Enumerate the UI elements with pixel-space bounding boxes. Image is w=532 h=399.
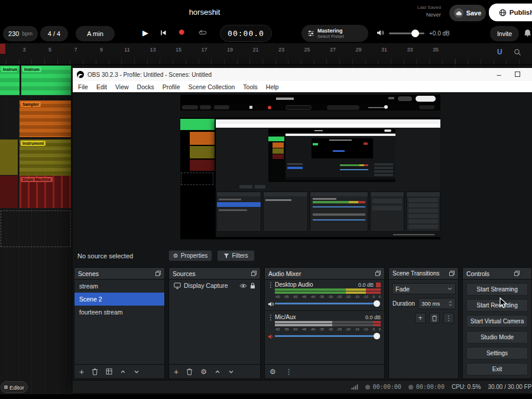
preview-canvas[interactable] <box>180 95 440 239</box>
scene-item[interactable]: stream <box>74 280 164 293</box>
obs-menubar: File Edit View Docks Profile Scene Colle… <box>73 81 532 92</box>
transition-options-dots[interactable]: ⋮ <box>443 313 454 323</box>
save-button[interactable]: Save <box>449 5 486 21</box>
scenes-header: Scenes <box>74 268 164 280</box>
menu-scene-collection[interactable]: Scene Collection <box>184 83 239 90</box>
remove-scene-button[interactable] <box>92 368 98 375</box>
exit-button[interactable]: Exit <box>466 363 528 375</box>
start-virtual-camera-button[interactable]: Start Virtual Camera <box>466 315 528 327</box>
project-title: horseshit <box>189 8 220 17</box>
volume-slider[interactable] <box>275 335 379 337</box>
studio-mode-button[interactable]: Studio Mode <box>466 331 528 343</box>
daw-timeline-ruler[interactable]: 357911131517192123252729313335 U <box>0 43 532 65</box>
scene-item[interactable]: fourteen stream <box>74 306 164 319</box>
source-item[interactable]: Display Capture <box>169 280 260 291</box>
volume-slider-knob[interactable] <box>374 300 380 307</box>
remove-source-button[interactable] <box>186 368 193 375</box>
add-scene-button[interactable]: + <box>79 368 84 376</box>
clip[interactable]: Instrument <box>20 140 71 176</box>
mixer-options-dots[interactable]: ⋮ <box>286 368 293 375</box>
volume-slider-knob[interactable] <box>411 30 419 37</box>
popout-icon[interactable] <box>251 271 257 276</box>
add-source-button[interactable]: + <box>174 368 179 376</box>
scene-filters-button[interactable] <box>106 368 112 375</box>
move-source-up-button[interactable] <box>215 369 220 375</box>
add-transition-button[interactable]: + <box>415 313 426 323</box>
mixer-channel-desktop-audio: ⋮ Desktop Audio 0.0 dB -60-55-50-45-40-3… <box>265 280 384 308</box>
channel-options-dots[interactable]: ⋮ <box>267 281 274 288</box>
menu-tools[interactable]: Tools <box>239 83 262 90</box>
clip[interactable] <box>0 140 18 175</box>
controls-dock: Controls Start Streaming Start Recording… <box>462 267 532 379</box>
filters-button[interactable]: Filters <box>217 250 255 261</box>
speaker-icon[interactable] <box>268 301 274 307</box>
clip[interactable]: Instrum <box>21 66 71 95</box>
advanced-audio-button[interactable]: ⚙ <box>270 368 276 375</box>
maximize-button[interactable] <box>515 72 520 77</box>
menu-edit[interactable]: Edit <box>92 83 111 90</box>
playhead-marker[interactable] <box>0 44 5 54</box>
menu-profile[interactable]: Profile <box>158 83 184 90</box>
mic-muted-speaker-icon[interactable] <box>268 334 274 339</box>
scenes-dock: Scenes stream Scene 2 fourteen stream + <box>74 267 165 379</box>
menu-file[interactable]: File <box>74 83 92 90</box>
scene-item-selected[interactable]: Scene 2 <box>74 293 164 306</box>
start-recording-button[interactable]: Start Recording <box>466 299 528 312</box>
channel-options-dots[interactable]: ⋮ <box>267 314 274 321</box>
move-source-down-button[interactable] <box>228 369 234 375</box>
start-streaming-button[interactable]: Start Streaming <box>466 283 528 296</box>
settings-button[interactable]: Settings <box>466 347 528 359</box>
source-properties-button[interactable]: ⚙ <box>200 368 207 375</box>
visibility-eye-icon[interactable] <box>239 283 247 288</box>
ruler-numbers: 357911131517192123252729313335 <box>19 47 441 53</box>
volume-meter <box>275 291 381 294</box>
skip-to-start-button[interactable] <box>160 30 167 36</box>
invite-button[interactable]: Invite <box>490 26 519 41</box>
clip[interactable]: Drum Machine <box>20 176 71 208</box>
daw-top-bar: horseshit Last Saved Never Save Publish <box>0 0 532 24</box>
publish-button[interactable]: Publish <box>489 4 532 21</box>
popout-icon[interactable] <box>514 271 520 276</box>
mixer-toolbar: ⚙ ⋮ <box>265 364 384 378</box>
mastering-button[interactable]: Mastering Select Preset <box>301 25 368 42</box>
bpm-button[interactable]: 230 bpm <box>3 26 38 41</box>
u-tool-icon[interactable]: U <box>497 48 502 56</box>
recursive-obs-window <box>216 119 440 237</box>
record-button[interactable]: ● <box>178 25 185 38</box>
menu-help[interactable]: Help <box>262 83 283 90</box>
recursive-preview <box>180 95 440 239</box>
move-scene-up-button[interactable] <box>120 369 126 375</box>
lock-icon[interactable] <box>250 283 255 289</box>
time-signature-button[interactable]: 4 / 4 <box>40 26 68 41</box>
clip[interactable]: Sampler <box>20 100 71 137</box>
play-button[interactable]: ▶ <box>142 28 148 37</box>
speaker-icon[interactable] <box>377 30 384 36</box>
menu-view[interactable]: View <box>111 83 133 90</box>
move-scene-down-button[interactable] <box>134 369 140 375</box>
obs-window: OBS 30.2.3 - Profile: Untitled - Scenes:… <box>73 68 532 393</box>
volume-slider-knob[interactable] <box>374 333 380 339</box>
funnel-icon <box>223 253 229 259</box>
editor-button[interactable]: Editor <box>1 381 28 393</box>
zoom-icon[interactable] <box>514 48 521 56</box>
remove-transition-button[interactable] <box>429 313 440 323</box>
sources-toolbar: + ⚙ <box>169 364 260 378</box>
transition-select[interactable]: Fade <box>392 283 456 294</box>
popout-icon[interactable] <box>375 271 381 276</box>
menu-docks[interactable]: Docks <box>133 83 158 90</box>
clip[interactable]: Instrum <box>0 66 20 95</box>
volume-slider[interactable] <box>275 303 379 304</box>
key-button[interactable]: A min <box>76 26 115 41</box>
spinner-arrows[interactable] <box>449 301 452 306</box>
properties-button[interactable]: ⚙ Properties <box>168 250 212 261</box>
clip[interactable] <box>0 176 18 208</box>
obs-status-bar: 00:00:00 00:00:00 CPU: 0.5% 30.00 / 30.0… <box>73 380 532 393</box>
volume-slider-track[interactable] <box>389 33 424 34</box>
popout-icon[interactable] <box>449 271 455 276</box>
loop-icon[interactable] <box>199 30 207 36</box>
obs-titlebar[interactable]: OBS 30.2.3 - Profile: Untitled - Scenes:… <box>73 68 532 81</box>
popout-icon[interactable] <box>155 271 161 276</box>
duration-spinbox[interactable]: 300 ms <box>418 298 456 309</box>
bell-icon[interactable] <box>524 29 531 37</box>
minimize-button[interactable]: – <box>489 68 508 81</box>
